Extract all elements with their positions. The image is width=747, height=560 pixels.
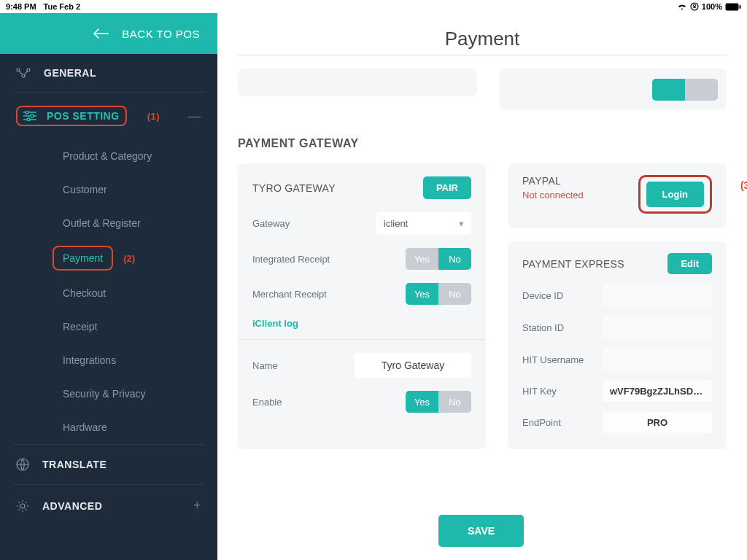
tyro-name-input[interactable]: Tyro Gateway	[355, 353, 471, 378]
sidebar-item-product-category[interactable]: Product & Category	[63, 139, 217, 173]
enable-toggle-partial[interactable]	[652, 79, 718, 101]
toggle-yes	[652, 79, 685, 101]
nav-section-pos-setting[interactable]: POS SETTING (1) —	[0, 93, 217, 139]
gear-icon	[16, 499, 29, 513]
toggle-no: No	[438, 283, 471, 305]
sidebar: BACK TO POS GENERAL POS SETTING (1) — Pr…	[0, 13, 217, 560]
paypal-status: Not connected	[522, 190, 584, 201]
svg-rect-2	[726, 3, 739, 10]
toggle-no: No	[438, 248, 471, 270]
save-button[interactable]: SAVE	[438, 515, 524, 547]
endpoint-value: PRO	[603, 412, 712, 433]
integrated-receipt-toggle[interactable]: Yes No	[406, 248, 471, 270]
svg-point-5	[22, 74, 25, 77]
nav-label-pos-setting: POS SETTING	[47, 110, 120, 122]
nav-section-general[interactable]: GENERAL	[0, 54, 217, 92]
status-time: 9:48 PM	[6, 2, 36, 11]
toggle-yes: Yes	[406, 391, 438, 413]
partial-card-right	[499, 69, 727, 109]
svg-point-11	[20, 504, 25, 508]
station-id-label: Station ID	[522, 322, 564, 333]
rotation-lock-icon	[690, 2, 699, 11]
pair-button[interactable]: PAIR	[423, 176, 471, 199]
pos-setting-subitems: Product & Category Customer Outlet & Reg…	[0, 139, 217, 444]
hit-key-label: HIT Key	[522, 386, 557, 397]
battery-pct: 100%	[702, 2, 722, 11]
back-to-pos-button[interactable]: BACK TO POS	[0, 13, 217, 54]
iclient-log-link[interactable]: iClient log	[252, 318, 471, 329]
nav-section-advanced[interactable]: ADVANCED +	[0, 485, 217, 526]
partial-card-left	[238, 69, 477, 96]
gateway-select-value: iclient	[384, 218, 408, 229]
sidebar-item-payment[interactable]: Payment	[53, 246, 113, 271]
globe-icon	[16, 458, 29, 471]
svg-point-7	[26, 111, 28, 114]
payment-express-card: PAYMENT EXPRESS Edit Device ID Station I…	[508, 241, 727, 449]
annotation-2: (2)	[123, 253, 135, 264]
status-bar: 9:48 PM Tue Feb 2 100%	[0, 0, 747, 13]
tyro-title: TYRO GATEWAY	[252, 182, 336, 194]
chevron-down-icon: ▾	[459, 218, 464, 229]
express-title: PAYMENT EXPRESS	[522, 258, 624, 270]
annotation-3: (3)	[740, 179, 747, 191]
sidebar-item-security-privacy[interactable]: Security & Privacy	[63, 377, 217, 411]
station-id-value	[603, 316, 712, 338]
back-label: BACK TO POS	[122, 28, 200, 40]
title-divider	[238, 55, 727, 55]
merchant-receipt-toggle[interactable]: Yes No	[406, 283, 471, 305]
section-heading-gateway: PAYMENT GATEWAY	[238, 137, 727, 150]
tyro-enable-toggle[interactable]: Yes No	[406, 391, 471, 413]
nav-label-general: GENERAL	[44, 67, 96, 79]
svg-point-6	[27, 69, 30, 71]
device-id-value	[603, 284, 712, 306]
hit-username-value	[603, 349, 712, 370]
annotation-1: (1)	[147, 111, 160, 122]
svg-point-4	[17, 69, 20, 71]
gateway-select[interactable]: iclient ▾	[376, 212, 471, 235]
card-divider	[238, 339, 486, 340]
device-id-label: Device ID	[522, 290, 563, 301]
toggle-yes: Yes	[406, 248, 438, 270]
paypal-card: PAYPAL Not connected Login (3)	[508, 163, 727, 228]
toggle-no	[685, 79, 718, 101]
expand-icon[interactable]: +	[193, 498, 201, 513]
nav-label-translate: TRANSLATE	[42, 459, 107, 470]
toggle-no: No	[438, 391, 471, 413]
hit-key-value: wVF79BgzZJLhSDKAZ...	[603, 381, 712, 402]
sidebar-item-integrations[interactable]: Integrations	[63, 343, 217, 377]
integrated-receipt-label: Integrated Receipt	[252, 254, 330, 265]
svg-point-9	[27, 118, 30, 121]
svg-point-8	[31, 114, 34, 117]
svg-rect-1	[693, 6, 695, 8]
tyro-gateway-card: TYRO GATEWAY PAIR Gateway iclient ▾ Inte…	[238, 163, 486, 449]
nav-section-translate[interactable]: TRANSLATE	[0, 445, 217, 484]
toggle-yes: Yes	[406, 283, 438, 305]
network-icon	[16, 68, 31, 78]
collapse-icon[interactable]: —	[188, 109, 202, 124]
sidebar-item-outlet-register[interactable]: Outlet & Register	[63, 206, 217, 240]
sliders-icon	[23, 111, 36, 121]
status-date: Tue Feb 2	[44, 2, 81, 11]
paypal-login-button[interactable]: Login	[646, 182, 704, 207]
battery-icon	[725, 3, 741, 11]
nav-label-advanced: ADVANCED	[42, 500, 102, 512]
wifi-icon	[677, 3, 687, 10]
page-title: Payment	[217, 28, 747, 50]
main-content: Payment PAYMENT GATEWAY TYRO G	[217, 13, 747, 560]
sidebar-item-hardware[interactable]: Hardware	[63, 411, 217, 444]
gateway-label: Gateway	[252, 218, 290, 229]
paypal-title: PAYPAL	[522, 175, 584, 187]
tyro-name-label: Name	[252, 360, 278, 371]
sidebar-item-customer[interactable]: Customer	[63, 173, 217, 206]
merchant-receipt-label: Merchant Receipt	[252, 289, 327, 300]
back-arrow-icon	[93, 28, 109, 39]
tyro-enable-label: Enable	[252, 397, 282, 408]
endpoint-label: EndPoint	[522, 417, 561, 428]
login-highlight: Login	[638, 175, 712, 214]
sidebar-item-receipt[interactable]: Receipt	[63, 310, 217, 343]
express-edit-button[interactable]: Edit	[667, 253, 712, 274]
svg-rect-3	[740, 5, 741, 9]
hit-username-label: HIT Username	[522, 354, 584, 365]
sidebar-item-checkout[interactable]: Checkout	[63, 276, 217, 310]
